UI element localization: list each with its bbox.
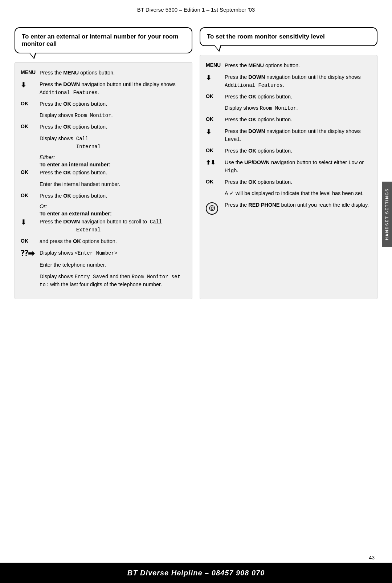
left-instr-entry-saved: Display shows Entry Saved and then Room …	[21, 273, 186, 289]
left-instr-down2: ⬇ Press the DOWN navigation button to sc…	[21, 218, 186, 234]
page-number: 43	[369, 555, 375, 560]
left-key-down1: ⬇	[21, 81, 40, 89]
left-external-label: To enter an external number:	[40, 211, 186, 216]
left-key-ok3: OK	[21, 169, 40, 175]
right-instr-ok4: OK Press the OK options button.	[206, 178, 371, 186]
right-key-ok3: OK	[206, 147, 225, 153]
bottom-bar-text: BT Diverse Helpline – 08457 908 070	[127, 569, 265, 577]
right-text-down1: Press the DOWN navigation button until t…	[225, 73, 371, 89]
left-key-display1	[21, 112, 40, 112]
left-text-entry-saved: Display shows Entry Saved and then Room …	[40, 273, 186, 289]
left-instr-display1: Display shows Room Monitor.	[21, 112, 186, 120]
left-text-ok5: and press the OK options button.	[40, 238, 186, 246]
left-key-display2	[21, 135, 40, 135]
left-text-ok3: Press the OK options button.	[40, 169, 186, 177]
left-key-ok5: OK	[21, 238, 40, 244]
left-key-ok4: OK	[21, 192, 40, 198]
left-text-menu: Press the MENU options button.	[40, 69, 186, 77]
right-instr-ok2: OK Press the OK options button.	[206, 116, 371, 124]
left-instr-ok2: OK Press the OK options button.	[21, 123, 186, 131]
left-instr-ok5: OK and press the OK options button.	[21, 238, 186, 246]
right-key-updown: ⬆⬇	[206, 159, 225, 166]
header-title: BT Diverse 5300 – Edition 1 – 1st Septem…	[137, 7, 255, 13]
left-key-ok2: OK	[21, 123, 40, 129]
right-key-ok4: OK	[206, 178, 225, 185]
right-text-down2: Press the DOWN navigation button until t…	[225, 127, 371, 143]
left-instr-down1: ⬇ Press the DOWN navigation button until…	[21, 81, 186, 97]
right-text-display1: Display shows Room Monitor.	[225, 104, 371, 112]
keypad-icon: ⁇➡	[21, 249, 40, 258]
right-key-down1: ⬇	[206, 73, 225, 82]
left-key-ok1: OK	[21, 100, 40, 106]
right-text-ok2: Press the OK options button.	[225, 116, 371, 124]
right-text-ok3: Press the OK options button.	[225, 147, 371, 155]
right-instructions-area: MENU Press the MENU options button. ⬇ Pr…	[200, 55, 377, 299]
left-instr-ok4: OK Press the OK options button.	[21, 192, 186, 200]
right-key-ok2: OK	[206, 116, 225, 122]
left-instructions-area: MENU Press the MENU options button. ⬇ Pr…	[15, 62, 192, 299]
right-instr-display1: Display shows Room Monitor.	[206, 104, 371, 112]
left-instr-ok3: OK Press the OK options button.	[21, 169, 186, 177]
right-instr-down2: ⬇ Press the DOWN navigation button until…	[206, 127, 371, 143]
left-key-enter-tel	[21, 261, 40, 262]
left-key-enter-internal	[21, 181, 40, 181]
left-internal-label: To enter an internal number:	[40, 162, 186, 167]
right-text-checkmark: A ✓ will be displayed to indicate that t…	[225, 190, 371, 198]
right-text-ok1: Press the OK options button.	[225, 93, 371, 101]
left-instr-enter-tel: Enter the telephone number.	[21, 261, 186, 269]
right-instr-ok3: OK Press the OK options button.	[206, 147, 371, 155]
left-text-display2: Display shows Call Internal	[40, 135, 186, 151]
left-instr-ok1: OK Press the OK options button.	[21, 100, 186, 108]
right-text-phone: Press the RED PHONE button until you rea…	[225, 201, 371, 209]
left-text-down2: Press the DOWN navigation button to scro…	[40, 218, 186, 234]
right-instr-menu: MENU Press the MENU options button.	[206, 62, 371, 70]
right-instr-checkmark: A ✓ will be displayed to indicate that t…	[206, 190, 371, 198]
left-text-enter-internal: Enter the internal handset number.	[40, 181, 186, 189]
left-text-down1: Press the DOWN navigation button until t…	[40, 81, 186, 97]
right-key-menu: MENU	[206, 62, 225, 68]
left-instr-menu: MENU Press the MENU options button.	[21, 69, 186, 77]
right-callout-text: To set the room monitor sensitivity leve…	[207, 33, 325, 40]
left-key-menu: MENU	[21, 69, 40, 75]
left-text-enter-tel: Enter the telephone number.	[40, 261, 186, 269]
left-or-label: Or:	[40, 203, 186, 209]
main-content: To enter an external or internal number …	[0, 16, 392, 307]
left-text-ok2: Press the OK options button.	[40, 123, 186, 131]
right-text-updown: Use the UP/DOWN navigation button to sel…	[225, 159, 371, 175]
right-instr-ok1: OK Press the OK options button.	[206, 93, 371, 101]
left-text-display1: Display shows Room Monitor.	[40, 112, 186, 120]
sidebar-text: HANDSET SETTINGS	[385, 188, 389, 240]
right-panel: To set the room monitor sensitivity leve…	[200, 27, 377, 299]
right-instr-phone: ⓒ Press the RED PHONE button until you r…	[206, 201, 371, 215]
phone-icon: ⓒ	[206, 202, 218, 215]
left-text-ok4: Press the OK options button.	[40, 192, 186, 200]
bottom-bar: BT Diverse Helpline – 08457 908 070	[0, 563, 392, 583]
left-either-label: Either:	[40, 154, 186, 160]
right-key-display1	[206, 104, 225, 105]
left-instr-keypad: ⁇➡ Display shows <Enter Number>	[21, 249, 186, 258]
left-key-down2: ⬇	[21, 218, 40, 226]
left-panel: To enter an external or internal number …	[15, 27, 192, 299]
left-instr-display2: Display shows Call Internal	[21, 135, 186, 151]
left-text-ok1: Press the OK options button.	[40, 100, 186, 108]
page-header: BT Diverse 5300 – Edition 1 – 1st Septem…	[0, 0, 392, 16]
left-key-entry-saved	[21, 273, 40, 273]
left-callout-text: To enter an external or internal number …	[22, 33, 178, 47]
right-key-checkmark	[206, 190, 225, 190]
right-key-phone: ⓒ	[206, 201, 225, 215]
right-key-ok1: OK	[206, 93, 225, 99]
left-text-keypad: Display shows <Enter Number>	[40, 249, 186, 257]
left-callout-box: To enter an external or internal number …	[15, 27, 192, 53]
right-text-menu: Press the MENU options button.	[225, 62, 371, 70]
handset-settings-sidebar: HANDSET SETTINGS	[382, 182, 392, 247]
right-text-ok4: Press the OK options button.	[225, 178, 371, 186]
right-instr-updown: ⬆⬇ Use the UP/DOWN navigation button to …	[206, 159, 371, 175]
right-instr-down1: ⬇ Press the DOWN navigation button until…	[206, 73, 371, 89]
right-key-down2: ⬇	[206, 127, 225, 136]
left-instr-enter-internal: Enter the internal handset number.	[21, 181, 186, 189]
right-callout-box: To set the room monitor sensitivity leve…	[200, 27, 377, 46]
